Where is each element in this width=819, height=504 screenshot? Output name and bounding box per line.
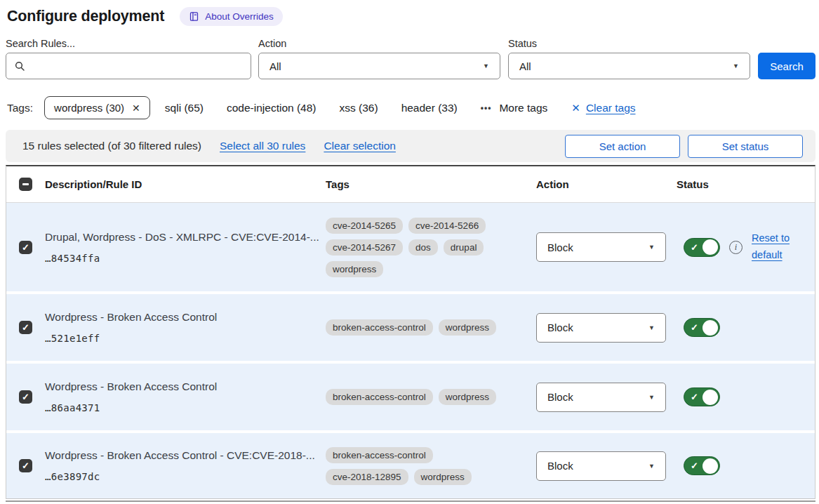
- toggle-knob: [703, 320, 718, 336]
- book-icon: [189, 11, 199, 22]
- select-all-checkbox[interactable]: [19, 178, 32, 191]
- check-icon: ✓: [691, 242, 698, 253]
- chevron-down-icon: ▼: [483, 62, 489, 69]
- selected-tag-label: wordpress (30): [54, 102, 124, 114]
- action-filter-select[interactable]: All ▼: [258, 53, 500, 79]
- status-filter-value: All: [519, 60, 531, 72]
- selection-summary: 15 rules selected (of 30 filtered rules): [22, 140, 201, 152]
- action-filter-value: All: [269, 60, 281, 72]
- chevron-down-icon: ▼: [648, 463, 655, 470]
- status-filter-select[interactable]: All ▼: [508, 53, 750, 79]
- tag-pill: cve-2018-12895: [326, 469, 408, 485]
- table-row: ✓ Wordpress - Broken Access Control - CV…: [6, 433, 815, 498]
- clear-selection-link[interactable]: Clear selection: [324, 140, 396, 152]
- page-title: Configure deployment: [7, 8, 164, 25]
- status-toggle[interactable]: ✓: [684, 456, 720, 475]
- page-header: Configure deployment About Overrides: [6, 7, 815, 26]
- tag-pill: broken-access-control: [326, 389, 433, 405]
- chevron-down-icon: ▼: [648, 394, 655, 401]
- table-header-row: Description/Rule ID Tags Action Status: [6, 166, 815, 203]
- rule-tags: broken-access-control wordpress: [326, 319, 510, 336]
- status-toggle[interactable]: ✓: [684, 387, 720, 406]
- chevron-down-icon: ▼: [648, 324, 655, 331]
- row-select-checkbox[interactable]: ✓: [19, 321, 32, 334]
- rule-id: …521e1eff: [45, 333, 326, 344]
- row-select-checkbox[interactable]: ✓: [19, 390, 32, 404]
- rule-description: Wordpress - Broken Access Control: [45, 380, 326, 393]
- check-icon: ✓: [22, 461, 29, 470]
- row-action-select[interactable]: Block ▼: [536, 313, 666, 343]
- row-select-checkbox[interactable]: ✓: [19, 459, 32, 472]
- search-rules-inputbox[interactable]: [6, 53, 251, 79]
- about-overrides-badge[interactable]: About Overrides: [180, 7, 283, 26]
- next-row-edge: [6, 500, 815, 502]
- status-toggle[interactable]: ✓: [684, 238, 720, 257]
- selected-tag-wordpress[interactable]: wordpress (30) ✕: [44, 96, 150, 119]
- check-icon: ✓: [691, 460, 698, 472]
- check-icon: ✓: [691, 322, 698, 333]
- tag-pill: broken-access-control: [326, 447, 433, 463]
- rule-id: …84534ffa: [45, 253, 326, 264]
- row-action-value: Block: [547, 241, 573, 253]
- tag-pill: wordpress: [414, 469, 472, 485]
- clear-tags-label: Clear tags: [586, 102, 636, 114]
- configure-deployment-page: Configure deployment About Overrides Sea…: [0, 0, 819, 502]
- row-action-value: Block: [547, 391, 573, 403]
- check-icon: ✓: [691, 392, 698, 403]
- chevron-down-icon: ▼: [733, 62, 739, 69]
- search-rules-input[interactable]: [32, 60, 243, 73]
- status-filter-label: Status: [508, 38, 758, 49]
- table-row: ✓ Wordpress - Broken Access Control …521…: [6, 294, 815, 361]
- rule-tags: broken-access-control wordpress: [326, 389, 510, 405]
- row-select-checkbox[interactable]: ✓: [19, 241, 32, 254]
- rule-id: …6e3897dc: [45, 471, 326, 482]
- ellipsis-icon: •••: [481, 103, 492, 113]
- table-row: ✓ Drupal, Wordpress - DoS - XMLRPC - CVE…: [6, 203, 815, 291]
- tag-option-code-injection[interactable]: code-injection (48): [227, 102, 317, 114]
- column-header-tags: Tags: [326, 178, 536, 190]
- set-status-button[interactable]: Set status: [688, 135, 803, 158]
- tag-pill: cve-2014-5267: [326, 239, 403, 256]
- info-icon[interactable]: i: [729, 241, 743, 254]
- clear-tags-button[interactable]: ✕ Clear tags: [571, 102, 635, 114]
- check-icon: ✓: [22, 243, 29, 252]
- toggle-knob: [703, 458, 718, 474]
- chevron-down-icon: ▼: [648, 244, 655, 251]
- rule-description: Wordpress - Broken Access Control: [45, 311, 326, 324]
- table-row: ✓ Wordpress - Broken Access Control …86a…: [6, 364, 815, 430]
- remove-tag-icon[interactable]: ✕: [132, 102, 140, 114]
- search-button[interactable]: Search: [758, 53, 815, 79]
- tags-label: Tags:: [7, 102, 33, 114]
- column-header-description: Description/Rule ID: [45, 178, 326, 190]
- reset-to-default-link[interactable]: Reset to default: [752, 230, 795, 264]
- tag-option-sqli[interactable]: sqli (65): [165, 102, 204, 114]
- toggle-knob: [703, 390, 718, 405]
- action-filter-label: Action: [258, 38, 508, 49]
- rules-table: Description/Rule ID Tags Action Status ✓…: [6, 165, 815, 499]
- rule-tags: broken-access-control cve-2018-12895 wor…: [326, 447, 510, 485]
- row-action-select[interactable]: Block ▼: [536, 232, 666, 262]
- column-header-action: Action: [536, 178, 677, 190]
- column-header-status: Status: [677, 178, 815, 190]
- tag-pill: cve-2014-5265: [326, 218, 403, 234]
- tag-pill: wordpress: [439, 319, 496, 336]
- tag-pill: wordpress: [439, 389, 496, 405]
- select-all-link[interactable]: Select all 30 rules: [220, 140, 305, 152]
- row-action-value: Block: [547, 460, 573, 472]
- filters-row: Search Rules... Action All ▼ Status: [6, 38, 815, 79]
- more-tags-label: More tags: [499, 102, 547, 114]
- rule-description: Wordpress - Broken Access Control - CVE:…: [45, 449, 326, 462]
- more-tags-button[interactable]: ••• More tags: [481, 102, 548, 114]
- row-action-value: Block: [547, 321, 573, 333]
- tag-pill: drupal: [444, 239, 484, 256]
- tag-option-header[interactable]: header (33): [401, 102, 458, 114]
- status-toggle[interactable]: ✓: [684, 318, 720, 337]
- set-action-button[interactable]: Set action: [565, 135, 680, 158]
- rule-id: …86aa4371: [45, 402, 326, 413]
- row-action-select[interactable]: Block ▼: [536, 451, 666, 481]
- tag-pill: broken-access-control: [326, 319, 433, 336]
- check-icon: ✓: [22, 323, 29, 332]
- row-action-select[interactable]: Block ▼: [536, 383, 666, 412]
- tag-option-xss[interactable]: xss (36): [340, 102, 378, 114]
- search-icon: [14, 60, 25, 72]
